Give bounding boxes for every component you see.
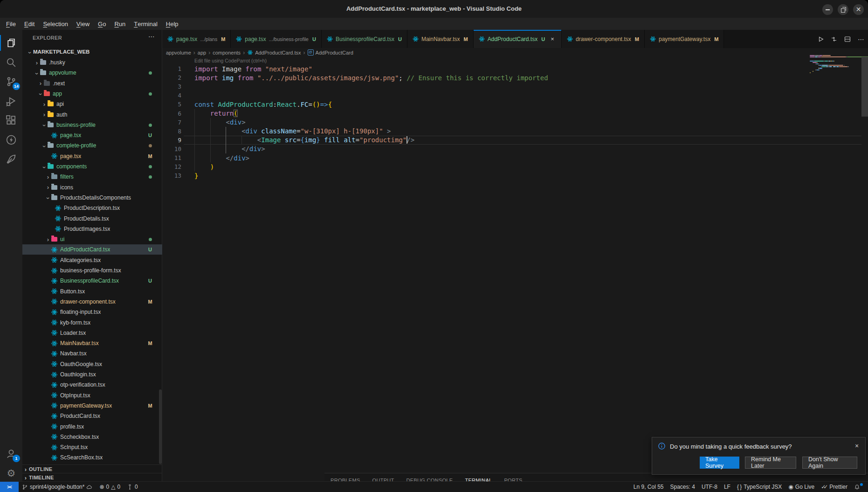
sidebar-item-ui[interactable]: ›ui: [22, 234, 185, 244]
explorer-more-actions[interactable]: ⋯: [146, 33, 157, 40]
code-line[interactable]: 6 return(: [162, 109, 861, 118]
section-timeline[interactable]: ›TIMELINE: [22, 473, 162, 482]
sidebar-item-page-tsx[interactable]: page.tsxU: [22, 130, 185, 140]
breadcrumb-item-addproductcard[interactable]: @AddProductCard: [308, 49, 353, 55]
tab-page-tsx[interactable]: page.tsx.../plansM: [162, 30, 231, 48]
section-outline[interactable]: ›OUTLINE: [22, 464, 162, 473]
menu-item-run[interactable]: Run: [110, 18, 130, 30]
code-line[interactable]: 2import img from "../../public/assets/im…: [162, 73, 861, 82]
code-line[interactable]: 1import Image from "next/image": [162, 64, 861, 73]
code-line[interactable]: 8 <div className="w-[310px] h-[190px]" >: [162, 127, 861, 136]
branch-indicator[interactable]: sprint4/google-button*: [19, 482, 96, 492]
minimize-button[interactable]: [822, 4, 833, 15]
quill-icon[interactable]: [0, 149, 22, 169]
sidebar-item-addproductcard-tsx[interactable]: AddProductCard.tsxU: [22, 244, 185, 255]
sidebar-item-kyb-form-tsx[interactable]: kyb-form.tsx: [22, 318, 185, 328]
restore-button[interactable]: [838, 4, 848, 15]
prettier[interactable]: ✓✓Prettier: [818, 482, 851, 492]
sidebar-item-business-profile[interactable]: ›business-profile: [22, 120, 181, 130]
breadcrumb-item-addproductcard-tsx[interactable]: AddProductCard.tsx: [247, 49, 301, 55]
tab-businessprofilecard-tsx[interactable]: BusinessprofileCard.tsxU: [322, 30, 407, 48]
indentation[interactable]: Spaces: 4: [667, 482, 698, 492]
sidebar-item-oauthlogin-tsx[interactable]: Oauthlogin.tsx: [22, 369, 185, 380]
toast-button-remind-me-later[interactable]: Remind Me Later: [745, 457, 796, 469]
sidebar-item-appvolume[interactable]: ›appvolume: [22, 68, 173, 78]
split-editor-icon[interactable]: [842, 34, 853, 44]
breadcrumb-item-components[interactable]: components: [213, 50, 241, 55]
code-line[interactable]: 3: [162, 82, 861, 91]
sidebar-item--husky[interactable]: ›.husky: [22, 57, 173, 68]
breadcrumb-item-appvolume[interactable]: appvolume: [166, 50, 191, 55]
sidebar-item-businessprofilecard-tsx[interactable]: BusinessprofileCard.tsxU: [22, 276, 185, 286]
run-debug-icon[interactable]: [0, 91, 22, 111]
problems-indicator[interactable]: ⊗0△0: [96, 482, 124, 492]
encoding[interactable]: UTF-8: [698, 482, 721, 492]
extensions-icon[interactable]: [0, 111, 22, 130]
sidebar-item-api[interactable]: ›api: [22, 99, 181, 109]
tab-drawer-component-tsx[interactable]: drawer-component.tsxM: [562, 30, 645, 48]
tab-paymentgateway-tsx[interactable]: paymentGateway.tsxM: [645, 30, 724, 48]
source-control-icon[interactable]: 14: [0, 72, 22, 91]
sidebar-item-loader-tsx[interactable]: Loader.tsx: [22, 328, 185, 338]
menu-item-terminal[interactable]: Terminal: [130, 18, 162, 30]
account-icon[interactable]: 1: [0, 444, 22, 464]
cursor-position[interactable]: Ln 9, Col 55: [630, 482, 667, 492]
code-editor[interactable]: 1import Image from "next/image"2import i…: [162, 57, 868, 473]
files-icon[interactable]: [0, 33, 22, 53]
code-line[interactable]: 13}: [162, 171, 861, 180]
sidebar-scrollbar[interactable]: [159, 389, 162, 464]
sidebar-item-oauthgoogle-tsx[interactable]: OauthGoogle.tsx: [22, 359, 185, 369]
toast-button-take-survey[interactable]: Take Survey: [700, 457, 739, 469]
sidebar-item-components[interactable]: ›components: [22, 161, 181, 172]
tab-addproductcard-tsx[interactable]: AddProductCard.tsxU×: [474, 30, 562, 48]
menu-item-file[interactable]: File: [2, 18, 20, 30]
menu-item-view[interactable]: View: [72, 18, 94, 30]
code-line[interactable]: 12 ): [162, 162, 861, 171]
sidebar-item-floating-input-tsx[interactable]: floating-input.tsx: [22, 307, 185, 317]
tab-mainnavbar-tsx[interactable]: MainNavbar.tsxM: [407, 30, 474, 48]
sidebar-item-filters[interactable]: ›filters: [22, 172, 185, 182]
sidebar-item-complete-profile[interactable]: ›complete-profile: [22, 140, 181, 151]
code-line[interactable]: 11 </div>: [162, 153, 861, 162]
sidebar-item-otp-verification-tsx[interactable]: otp-verification.tsx: [22, 380, 185, 390]
sidebar-root-folder[interactable]: ›MARKETPLACE_WEB: [22, 47, 166, 57]
open-changes-icon[interactable]: [829, 34, 839, 44]
sidebar-item-drawer-component-tsx[interactable]: drawer-component.tsxM: [22, 297, 185, 307]
sidebar-item-page-tsx[interactable]: page.tsxM: [22, 151, 185, 161]
sidebar-item-business-profile-form-tsx[interactable]: business-profile-form.tsx: [22, 265, 185, 276]
breadcrumb-item-app[interactable]: app: [198, 50, 206, 55]
code-line[interactable]: 10 </div>: [162, 145, 861, 153]
notifications-bell[interactable]: [851, 482, 864, 492]
tab-page-tsx[interactable]: page.tsx.../business-profileU: [231, 30, 322, 48]
menu-item-go[interactable]: Go: [94, 18, 110, 30]
language-mode[interactable]: { }TypeScript JSX: [734, 482, 785, 492]
sidebar-item-mainnavbar-tsx[interactable]: MainNavbar.tsxM: [22, 338, 185, 348]
menu-item-selection[interactable]: Selection: [39, 18, 72, 30]
sidebar-item--next[interactable]: ›.next: [22, 78, 177, 89]
thunder-icon[interactable]: [0, 130, 22, 150]
go-live[interactable]: ◉Go Live: [785, 482, 818, 492]
sidebar-item-app[interactable]: ›app: [22, 89, 177, 99]
toast-button-don-t-show-again[interactable]: Don't Show Again: [802, 457, 857, 469]
search-icon[interactable]: [0, 53, 22, 72]
toast-close-icon[interactable]: ×: [853, 442, 861, 450]
eol[interactable]: LF: [721, 482, 734, 492]
menu-item-edit[interactable]: Edit: [20, 18, 39, 30]
sidebar-item-allcategories-tsx[interactable]: Allcategories.tsx: [22, 255, 185, 265]
sidebar-item-productsdetailscomponents[interactable]: ›ProductsDetailsComponents: [22, 193, 185, 203]
code-line[interactable]: 5const AddProductCard:React.FC=()=>{: [162, 100, 861, 109]
editor-scrollbar[interactable]: [861, 57, 868, 117]
sidebar-item-button-tsx[interactable]: Button.tsx: [22, 286, 185, 297]
more-actions-icon[interactable]: ⋯: [856, 34, 866, 44]
sidebar-item-auth[interactable]: ›auth: [22, 110, 181, 120]
code-line[interactable]: 4: [162, 91, 861, 100]
settings-gear-icon[interactable]: ⚙: [0, 464, 22, 483]
run-icon[interactable]: [815, 34, 826, 44]
close-button[interactable]: ✕: [853, 4, 864, 15]
menu-item-help[interactable]: Help: [162, 18, 183, 30]
sidebar-item-icons[interactable]: ›icons: [22, 182, 185, 193]
sidebar-item-navbar-tsx[interactable]: Navbar.tsx: [22, 348, 185, 359]
code-line[interactable]: 9 <Image src={img} fill alt="productimg"…: [162, 136, 861, 145]
broadcast-indicator[interactable]: 0: [124, 482, 141, 492]
code-line[interactable]: 7 <div>: [162, 118, 861, 127]
